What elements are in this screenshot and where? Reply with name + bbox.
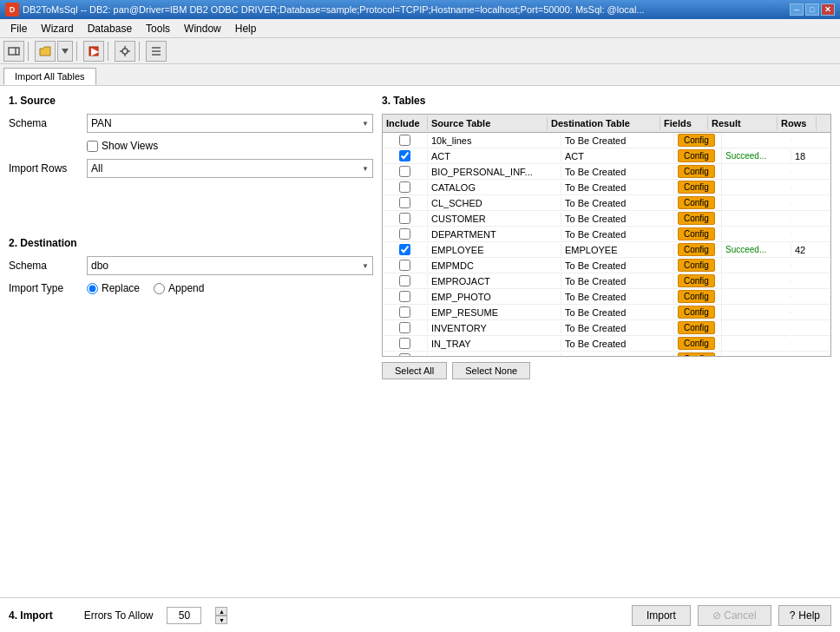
cell-dest-7: EMPLOYEE: [561, 244, 674, 256]
include-checkbox-14[interactable]: [399, 353, 410, 356]
select-none-button[interactable]: Select None: [452, 362, 530, 379]
replace-label: Replace: [102, 282, 140, 294]
import-rows-dropdown[interactable]: All ▼: [87, 159, 373, 178]
toolbar-open-button[interactable]: [3, 41, 24, 62]
config-button-4[interactable]: Config: [678, 196, 715, 209]
spinner-up[interactable]: ▲: [215, 607, 227, 616]
config-button-12[interactable]: Config: [678, 321, 715, 334]
include-checkbox-0[interactable]: [399, 135, 410, 146]
menu-database[interactable]: Database: [81, 21, 139, 36]
config-button-11[interactable]: Config: [678, 306, 715, 319]
dest-schema-dropdown[interactable]: dbo ▼: [87, 256, 373, 275]
cell-include-10: [383, 290, 428, 303]
table-row: ORGTo Be CreatedConfig: [383, 352, 830, 356]
include-checkbox-7[interactable]: [399, 244, 410, 255]
help-icon: ?: [790, 609, 796, 622]
cell-source-3: CATALOG: [428, 181, 561, 194]
help-button[interactable]: ? Help: [778, 605, 831, 626]
cell-fields-10: Config: [674, 289, 722, 304]
config-button-3[interactable]: Config: [678, 181, 715, 194]
include-checkbox-5[interactable]: [399, 213, 410, 224]
cell-source-12: INVENTORY: [428, 322, 561, 334]
cell-dest-3: To Be Created: [561, 181, 674, 194]
tab-import-all-tables[interactable]: Import All Tables: [3, 68, 96, 85]
import-button[interactable]: Import: [632, 605, 691, 626]
cell-include-1: [383, 149, 428, 162]
cell-fields-11: Config: [674, 305, 722, 319]
cell-rows-5: [791, 218, 830, 220]
cell-rows-3: [791, 187, 830, 188]
config-button-8[interactable]: Config: [678, 259, 715, 272]
errors-input[interactable]: [167, 607, 201, 624]
config-button-1[interactable]: Config: [678, 149, 715, 162]
spinner-down[interactable]: ▼: [215, 616, 227, 624]
col-header-source: Source Table: [428, 116, 548, 130]
show-views-label: Show Views: [102, 140, 158, 152]
cell-dest-10: To Be Created: [561, 291, 674, 303]
table-row: EMPMDCTo Be CreatedConfig: [383, 258, 830, 273]
toolbar-list-button[interactable]: [146, 41, 167, 62]
include-checkbox-9[interactable]: [399, 275, 410, 286]
config-button-7[interactable]: Config: [678, 243, 715, 256]
tables-area: Include Source Table Destination Table F…: [382, 114, 831, 357]
source-schema-label: Schema: [9, 117, 87, 129]
menu-tools[interactable]: Tools: [139, 21, 177, 36]
cell-dest-12: To Be Created: [561, 322, 674, 334]
close-button[interactable]: ✕: [821, 3, 835, 16]
config-button-10[interactable]: Config: [678, 290, 715, 303]
menu-file[interactable]: File: [3, 21, 34, 36]
dest-schema-arrow: ▼: [362, 262, 369, 270]
config-button-9[interactable]: Config: [678, 274, 715, 287]
cell-rows-9: [791, 280, 830, 282]
source-schema-dropdown[interactable]: PAN ▼: [87, 114, 373, 133]
menu-help[interactable]: Help: [228, 21, 264, 36]
cell-result-2: [722, 171, 791, 173]
append-radio[interactable]: [154, 283, 165, 294]
config-button-14[interactable]: Config: [678, 352, 715, 356]
main-content: 1. Source Schema PAN ▼ Show Views Import…: [0, 86, 840, 632]
include-checkbox-3[interactable]: [399, 181, 410, 193]
import-type-row: Import Type Replace Append: [9, 282, 373, 294]
show-views-checkbox[interactable]: [87, 141, 98, 152]
cell-source-8: EMPMDC: [428, 260, 561, 272]
include-checkbox-8[interactable]: [399, 260, 410, 271]
include-checkbox-11[interactable]: [399, 306, 410, 318]
cancel-button[interactable]: ⊘ Cancel: [698, 605, 771, 626]
menu-wizard[interactable]: Wizard: [34, 21, 80, 36]
config-button-6[interactable]: Config: [678, 227, 715, 240]
include-checkbox-12[interactable]: [399, 322, 410, 333]
cell-include-6: [383, 227, 428, 240]
source-schema-row: Schema PAN ▼: [9, 114, 373, 133]
include-checkbox-1[interactable]: [399, 150, 410, 161]
menu-window[interactable]: Window: [177, 21, 228, 36]
toolbar-run-button[interactable]: ▶: [83, 41, 104, 62]
include-checkbox-4[interactable]: [399, 197, 410, 208]
dest-schema-row: Schema dbo ▼: [9, 256, 373, 275]
toolbar-folder-button[interactable]: [35, 41, 56, 62]
config-button-13[interactable]: Config: [678, 337, 715, 350]
replace-radio[interactable]: [87, 283, 98, 294]
cell-include-2: [383, 165, 428, 178]
cell-source-14: ORG: [428, 353, 561, 357]
include-checkbox-6[interactable]: [399, 228, 410, 240]
toolbar-dropdown-button[interactable]: [57, 41, 73, 62]
title-text: DB2ToMsSql -- DB2: pan@Driver=IBM DB2 OD…: [23, 4, 645, 15]
minimize-button[interactable]: ─: [790, 3, 804, 16]
cell-dest-0: To Be Created: [561, 135, 674, 147]
include-checkbox-13[interactable]: [399, 338, 410, 349]
toolbar-settings-button[interactable]: [115, 41, 135, 62]
select-all-button[interactable]: Select All: [382, 362, 447, 379]
source-schema-value: PAN: [91, 117, 112, 129]
include-checkbox-2[interactable]: [399, 166, 410, 177]
col-header-rows: Rows: [778, 116, 817, 130]
config-button-5[interactable]: Config: [678, 212, 715, 225]
cell-fields-9: Config: [674, 273, 722, 288]
config-button-2[interactable]: Config: [678, 165, 715, 178]
table-row: EMPROJACTTo Be CreatedConfig: [383, 273, 830, 289]
config-button-0[interactable]: Config: [678, 134, 715, 147]
include-checkbox-10[interactable]: [399, 291, 410, 302]
cell-fields-5: Config: [674, 211, 722, 226]
col-header-dest: Destination Table: [548, 116, 660, 130]
maximize-button[interactable]: □: [805, 3, 819, 16]
cell-source-4: CL_SCHED: [428, 197, 561, 209]
